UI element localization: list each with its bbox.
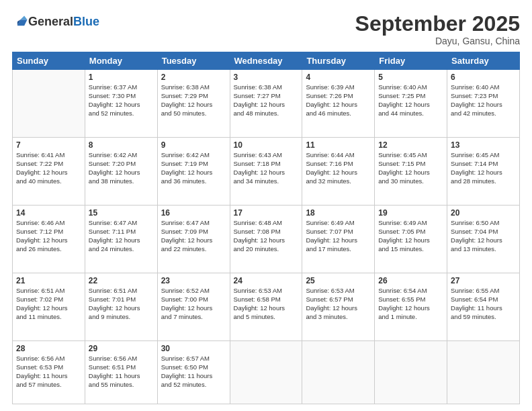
day-number: 27 xyxy=(451,276,516,285)
day-number: 24 xyxy=(234,276,299,285)
calendar-cell xyxy=(230,341,302,404)
day-number: 29 xyxy=(89,344,154,353)
day-info: Sunrise: 6:42 AMSunset: 7:19 PMDaylight:… xyxy=(161,151,226,185)
calendar-cell: 18Sunrise: 6:49 AMSunset: 7:07 PMDayligh… xyxy=(302,205,375,273)
day-number: 6 xyxy=(451,73,516,82)
calendar-week-5: 28Sunrise: 6:56 AMSunset: 6:53 PMDayligh… xyxy=(13,341,520,404)
day-info: Sunrise: 6:41 AMSunset: 7:22 PMDaylight:… xyxy=(16,151,81,185)
calendar-cell: 12Sunrise: 6:45 AMSunset: 7:15 PMDayligh… xyxy=(375,138,447,205)
calendar-cell: 15Sunrise: 6:47 AMSunset: 7:11 PMDayligh… xyxy=(85,205,157,273)
svg-marker-0 xyxy=(17,19,28,26)
day-info: Sunrise: 6:57 AMSunset: 6:50 PMDaylight:… xyxy=(161,355,226,389)
calendar-cell: 4Sunrise: 6:39 AMSunset: 7:26 PMDaylight… xyxy=(302,70,375,138)
header-sunday: Sunday xyxy=(13,52,85,70)
calendar-cell: 14Sunrise: 6:46 AMSunset: 7:12 PMDayligh… xyxy=(13,205,85,273)
day-info: Sunrise: 6:46 AMSunset: 7:12 PMDaylight:… xyxy=(16,219,81,253)
day-number: 13 xyxy=(451,140,516,150)
day-number: 15 xyxy=(89,208,154,218)
day-info: Sunrise: 6:40 AMSunset: 7:25 PMDaylight:… xyxy=(378,83,443,118)
day-number: 19 xyxy=(378,208,443,218)
day-info: Sunrise: 6:55 AMSunset: 6:54 PMDaylight:… xyxy=(451,287,516,321)
day-number: 12 xyxy=(378,140,443,150)
calendar-cell: 9Sunrise: 6:42 AMSunset: 7:19 PMDaylight… xyxy=(157,138,230,205)
calendar-week-2: 7Sunrise: 6:41 AMSunset: 7:22 PMDaylight… xyxy=(13,138,520,205)
day-number: 5 xyxy=(378,73,443,82)
day-info: Sunrise: 6:47 AMSunset: 7:09 PMDaylight:… xyxy=(161,219,226,253)
header-wednesday: Wednesday xyxy=(230,52,302,70)
day-number: 9 xyxy=(161,140,226,150)
logo-icon xyxy=(13,15,28,30)
day-info: Sunrise: 6:49 AMSunset: 7:07 PMDaylight:… xyxy=(306,219,371,253)
weekday-header-row: Sunday Monday Tuesday Wednesday Thursday… xyxy=(13,52,520,70)
day-number: 18 xyxy=(306,208,371,218)
location-subtitle: Dayu, Gansu, China xyxy=(355,36,520,46)
calendar-cell: 7Sunrise: 6:41 AMSunset: 7:22 PMDaylight… xyxy=(13,138,85,205)
calendar-week-3: 14Sunrise: 6:46 AMSunset: 7:12 PMDayligh… xyxy=(13,205,520,273)
calendar-table: Sunday Monday Tuesday Wednesday Thursday… xyxy=(12,52,520,404)
calendar-cell: 29Sunrise: 6:56 AMSunset: 6:51 PMDayligh… xyxy=(85,341,157,404)
day-info: Sunrise: 6:54 AMSunset: 6:55 PMDaylight:… xyxy=(378,287,443,321)
day-info: Sunrise: 6:52 AMSunset: 7:00 PMDaylight:… xyxy=(161,287,226,321)
day-info: Sunrise: 6:48 AMSunset: 7:08 PMDaylight:… xyxy=(234,219,299,253)
day-number: 23 xyxy=(161,276,226,285)
calendar-cell: 10Sunrise: 6:43 AMSunset: 7:18 PMDayligh… xyxy=(230,138,302,205)
day-number: 30 xyxy=(161,344,226,353)
day-number: 22 xyxy=(89,276,154,285)
day-number: 16 xyxy=(161,208,226,218)
day-info: Sunrise: 6:40 AMSunset: 7:23 PMDaylight:… xyxy=(451,83,516,118)
day-number: 3 xyxy=(234,73,299,82)
day-number: 21 xyxy=(16,276,81,285)
header-monday: Monday xyxy=(85,52,157,70)
day-info: Sunrise: 6:51 AMSunset: 7:01 PMDaylight:… xyxy=(89,287,154,321)
day-info: Sunrise: 6:44 AMSunset: 7:16 PMDaylight:… xyxy=(306,151,371,185)
calendar-cell: 16Sunrise: 6:47 AMSunset: 7:09 PMDayligh… xyxy=(157,205,230,273)
day-number: 11 xyxy=(306,140,371,150)
calendar-week-1: 1Sunrise: 6:37 AMSunset: 7:30 PMDaylight… xyxy=(13,70,520,138)
day-info: Sunrise: 6:37 AMSunset: 7:30 PMDaylight:… xyxy=(89,83,154,118)
page: GeneralBlue September 2025 Dayu, Gansu, … xyxy=(0,0,532,411)
day-info: Sunrise: 6:53 AMSunset: 6:57 PMDaylight:… xyxy=(306,287,371,321)
calendar-cell xyxy=(302,341,375,404)
calendar-cell: 17Sunrise: 6:48 AMSunset: 7:08 PMDayligh… xyxy=(230,205,302,273)
day-number: 7 xyxy=(16,140,81,150)
day-info: Sunrise: 6:50 AMSunset: 7:04 PMDaylight:… xyxy=(451,219,516,253)
day-info: Sunrise: 6:39 AMSunset: 7:26 PMDaylight:… xyxy=(306,83,371,118)
calendar-cell: 6Sunrise: 6:40 AMSunset: 7:23 PMDaylight… xyxy=(447,70,520,138)
calendar-cell xyxy=(447,341,520,404)
day-info: Sunrise: 6:43 AMSunset: 7:18 PMDaylight:… xyxy=(234,151,299,185)
day-number: 8 xyxy=(89,140,154,150)
calendar-cell: 30Sunrise: 6:57 AMSunset: 6:50 PMDayligh… xyxy=(157,341,230,404)
day-info: Sunrise: 6:38 AMSunset: 7:27 PMDaylight:… xyxy=(234,83,299,118)
day-number: 4 xyxy=(306,73,371,82)
calendar-cell: 21Sunrise: 6:51 AMSunset: 7:02 PMDayligh… xyxy=(13,273,85,341)
calendar-cell: 28Sunrise: 6:56 AMSunset: 6:53 PMDayligh… xyxy=(13,341,85,404)
day-info: Sunrise: 6:38 AMSunset: 7:29 PMDaylight:… xyxy=(161,83,226,118)
day-number: 2 xyxy=(161,73,226,82)
calendar-cell: 2Sunrise: 6:38 AMSunset: 7:29 PMDaylight… xyxy=(157,70,230,138)
day-number: 1 xyxy=(89,73,154,82)
header-saturday: Saturday xyxy=(447,52,520,70)
day-info: Sunrise: 6:56 AMSunset: 6:51 PMDaylight:… xyxy=(89,355,154,389)
calendar-cell: 20Sunrise: 6:50 AMSunset: 7:04 PMDayligh… xyxy=(447,205,520,273)
calendar-cell: 1Sunrise: 6:37 AMSunset: 7:30 PMDaylight… xyxy=(85,70,157,138)
header: GeneralBlue September 2025 Dayu, Gansu, … xyxy=(12,12,520,46)
calendar-cell: 22Sunrise: 6:51 AMSunset: 7:01 PMDayligh… xyxy=(85,273,157,341)
calendar-cell: 27Sunrise: 6:55 AMSunset: 6:54 PMDayligh… xyxy=(447,273,520,341)
day-info: Sunrise: 6:51 AMSunset: 7:02 PMDaylight:… xyxy=(16,287,81,321)
header-tuesday: Tuesday xyxy=(157,52,230,70)
calendar-cell: 8Sunrise: 6:42 AMSunset: 7:20 PMDaylight… xyxy=(85,138,157,205)
calendar-cell: 25Sunrise: 6:53 AMSunset: 6:57 PMDayligh… xyxy=(302,273,375,341)
calendar-cell: 5Sunrise: 6:40 AMSunset: 7:25 PMDaylight… xyxy=(375,70,447,138)
calendar-cell: 11Sunrise: 6:44 AMSunset: 7:16 PMDayligh… xyxy=(302,138,375,205)
day-number: 26 xyxy=(378,276,443,285)
calendar-cell: 19Sunrise: 6:49 AMSunset: 7:05 PMDayligh… xyxy=(375,205,447,273)
calendar-cell: 26Sunrise: 6:54 AMSunset: 6:55 PMDayligh… xyxy=(375,273,447,341)
day-info: Sunrise: 6:45 AMSunset: 7:15 PMDaylight:… xyxy=(378,151,443,185)
calendar-cell: 13Sunrise: 6:45 AMSunset: 7:14 PMDayligh… xyxy=(447,138,520,205)
calendar-cell xyxy=(375,341,447,404)
day-number: 10 xyxy=(234,140,299,150)
header-thursday: Thursday xyxy=(302,52,375,70)
day-number: 14 xyxy=(16,208,81,218)
calendar-cell: 3Sunrise: 6:38 AMSunset: 7:27 PMDaylight… xyxy=(230,70,302,138)
day-info: Sunrise: 6:42 AMSunset: 7:20 PMDaylight:… xyxy=(89,151,154,185)
